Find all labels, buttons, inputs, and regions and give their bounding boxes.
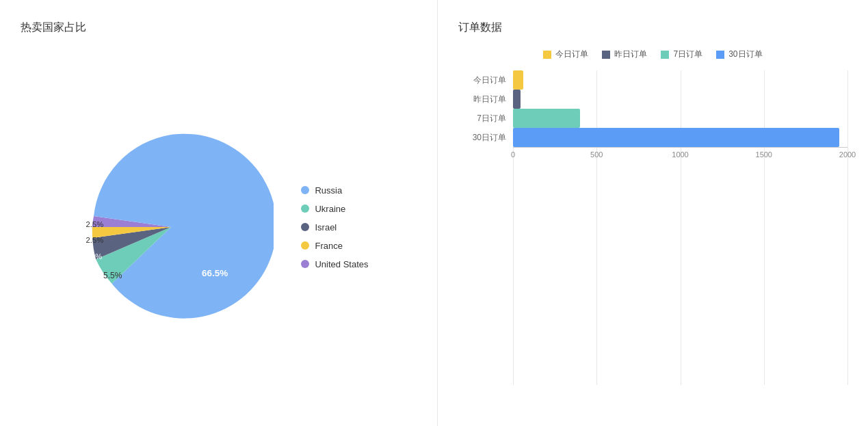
bar-legend-label-30day: 30日订单 (728, 49, 762, 60)
bar-legend-30day: 30日订单 (716, 49, 762, 60)
bar-chart-wrapper: 今日订单 昨日订单 7日订单 30日订单 (458, 70, 847, 405)
grid-line-100 (847, 70, 848, 385)
legend-item-russia: Russia (301, 185, 368, 196)
x-tick-1000: 1000 (672, 150, 688, 159)
bar-label-7day: 7日订单 (458, 113, 506, 124)
bar-legend-label-today: 今日订单 (555, 49, 588, 60)
legend-label-russia: Russia (315, 185, 342, 196)
bar-row-30day: 30日订单 (458, 128, 847, 147)
bar-track-today (513, 70, 847, 90)
legend-dot-russia (301, 186, 309, 194)
bar-legend-label-yesterday: 昨日订单 (614, 49, 647, 60)
bar-label-30day: 30日订单 (458, 132, 506, 144)
right-title: 订单数据 (458, 21, 847, 35)
pie-container: 66.5% 5.5% 3% 2.5% 2.5% Russia Ukraine (68, 124, 368, 330)
bar-row-today: 今日订单 (458, 70, 847, 90)
pie-chart-svg: 66.5% 5.5% 3% 2.5% 2.5% (68, 124, 274, 330)
legend-dot-israel (301, 223, 309, 231)
bar-legend-yesterday: 昨日订单 (602, 49, 647, 60)
bar-fill-7day (513, 109, 580, 128)
pie-segment-russia2 (94, 135, 172, 227)
bar-legend-square-7day (661, 51, 669, 59)
bar-legend-square-today (543, 51, 551, 59)
bar-legend-square-yesterday (602, 51, 610, 59)
legend-item-israel: Israel (301, 222, 368, 232)
bar-row-yesterday: 昨日订单 (458, 90, 847, 109)
bar-track-7day (513, 109, 847, 128)
bar-track-30day (513, 128, 847, 147)
legend-dot-us (301, 260, 309, 268)
pie-label-russia: 66.5% (202, 268, 228, 278)
pie-chart-area: 66.5% 5.5% 3% 2.5% 2.5% Russia Ukraine (21, 49, 417, 405)
pie-label-israel: 3% (91, 252, 102, 261)
bar-legend-7day: 7日订单 (661, 49, 702, 60)
left-panel: 热卖国家占比 66.5% 5.5% (0, 0, 438, 426)
legend-label-france: France (315, 241, 342, 251)
legend-item-france: France (301, 241, 368, 251)
x-axis: 0 500 1000 1500 2000 (513, 147, 847, 161)
legend-label-ukraine: Ukraine (315, 204, 345, 214)
bar-label-today: 今日订单 (458, 75, 506, 86)
bar-fill-30day (513, 128, 839, 147)
pie-label-france: 2.5% (86, 236, 104, 244)
legend-item-ukraine: Ukraine (301, 204, 368, 214)
bar-row-7day: 7日订单 (458, 109, 847, 128)
x-tick-500: 500 (590, 150, 603, 159)
bar-chart-legend: 今日订单 昨日订单 7日订单 30日订单 (458, 49, 847, 60)
legend-label-israel: Israel (315, 222, 337, 232)
legend-item-us: United States (301, 259, 368, 269)
x-tick-2000: 2000 (839, 150, 856, 159)
bar-legend-label-7day: 7日订单 (673, 49, 702, 60)
pie-legend: Russia Ukraine Israel France United Stat… (301, 185, 368, 269)
right-panel: 订单数据 今日订单 昨日订单 7日订单 30日订单 (438, 0, 868, 426)
x-tick-1500: 1500 (756, 150, 772, 159)
pie-label-ukraine: 5.5% (103, 271, 122, 280)
bar-legend-square-30day (716, 51, 724, 59)
bar-label-yesterday: 昨日订单 (458, 94, 506, 105)
left-title: 热卖国家占比 (21, 21, 417, 35)
bar-fill-yesterday (513, 90, 521, 109)
bar-chart: 今日订单 昨日订单 7日订单 30日订单 (458, 70, 847, 181)
pie-label-us: 2.5% (86, 220, 104, 228)
legend-dot-ukraine (301, 204, 309, 213)
bar-fill-today (513, 70, 523, 90)
legend-label-us: United States (315, 259, 368, 269)
x-tick-0: 0 (511, 150, 515, 159)
bar-track-yesterday (513, 90, 847, 109)
bar-legend-today: 今日订单 (543, 49, 588, 60)
legend-dot-france (301, 241, 309, 250)
